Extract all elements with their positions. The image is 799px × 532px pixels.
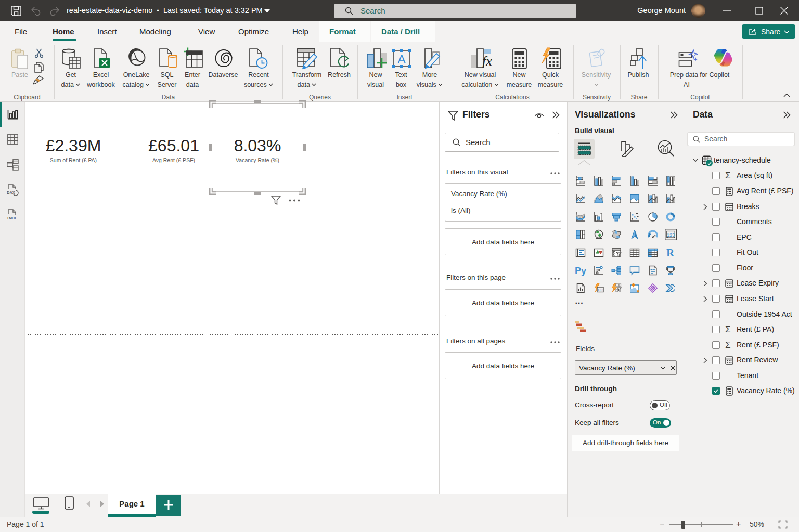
svg-text:TMDL: TMDL [7, 216, 17, 220]
svg-text:123: 123 [597, 288, 603, 292]
svg-text:DAX: DAX [7, 190, 15, 195]
svg-text:A: A [398, 53, 406, 66]
svg-text:123: 123 [667, 232, 675, 238]
svg-text:fx: fx [482, 54, 492, 69]
